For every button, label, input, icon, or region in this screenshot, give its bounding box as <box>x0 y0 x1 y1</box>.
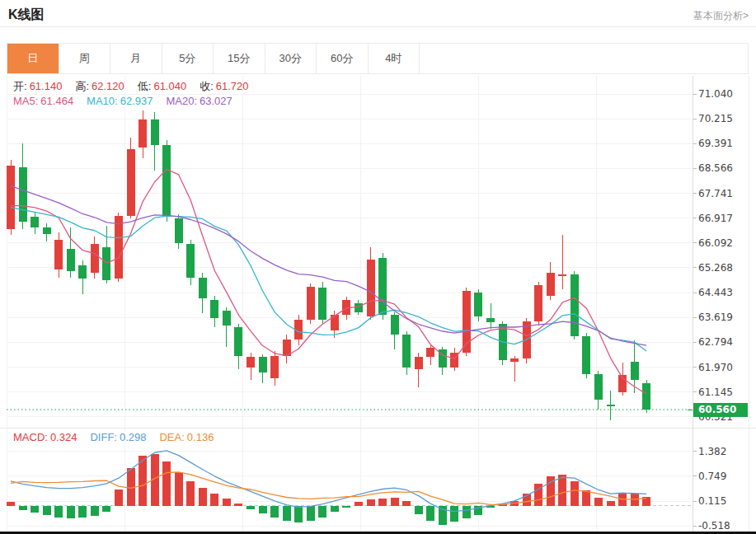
candle <box>67 249 75 271</box>
candle <box>54 240 63 270</box>
macd-bar <box>115 490 123 506</box>
tab-月[interactable]: 月 <box>110 44 162 73</box>
candle <box>294 320 303 340</box>
macd-bar <box>342 506 350 508</box>
ohlc-row-value: 61.140 <box>30 80 63 92</box>
candle <box>547 273 555 295</box>
ma-row-label: MA10: <box>87 95 118 107</box>
candle <box>307 287 315 320</box>
macd-bar <box>294 506 303 523</box>
ma-row-pair: MA10:62.937 <box>87 95 153 107</box>
candle <box>91 244 99 273</box>
candle <box>127 149 135 215</box>
candle <box>607 405 615 406</box>
ohlc-row-label: 高: <box>75 80 89 92</box>
price-axis-label: 71.040 <box>698 88 733 100</box>
price-axis-label: 69.391 <box>698 138 733 149</box>
ma-readout: MA5:61.464MA10:62.937MA20:63.027 <box>13 95 246 107</box>
macd-bar <box>247 506 255 510</box>
candle <box>175 218 183 242</box>
price-axis-label: 65.268 <box>698 262 733 274</box>
macd-axis-label: 0.749 <box>698 471 726 482</box>
price-axis-label: 66.917 <box>698 213 733 224</box>
candle <box>642 383 650 410</box>
macd-axis-label: 0.115 <box>698 495 726 507</box>
ma-row-value: 62.937 <box>120 95 153 107</box>
ma-row-label: MA20: <box>166 95 197 107</box>
page-title: K线图 <box>8 7 45 24</box>
macd-bar <box>175 472 183 505</box>
candle <box>283 340 291 356</box>
macd-bar <box>463 506 471 518</box>
macd-bar <box>415 506 423 514</box>
macd-bar <box>67 506 75 519</box>
candle <box>571 274 579 336</box>
macd-bar <box>223 499 231 506</box>
price-axis-label: 67.741 <box>698 188 733 199</box>
candle <box>378 258 387 315</box>
price-axis-label: 61.145 <box>698 386 733 398</box>
candle <box>631 362 639 380</box>
candle <box>391 315 399 335</box>
price-axis-label: 63.619 <box>698 312 733 323</box>
period-tabs: 日周月5分15分30分60分4时 <box>7 43 749 74</box>
macd-bar <box>594 498 603 506</box>
macd-bar <box>307 506 315 521</box>
macd-bar <box>582 490 590 505</box>
ohlc-row-label: 低: <box>138 80 152 92</box>
macd-bar <box>127 468 135 505</box>
tab-60分[interactable]: 60分 <box>317 44 369 73</box>
macd-bar <box>186 481 195 506</box>
candle <box>402 335 411 368</box>
ma-row-pair: MA20:63.027 <box>166 95 232 107</box>
macd-row-label: MACD: <box>13 431 48 443</box>
macd-bar <box>558 475 566 505</box>
candle <box>270 356 279 378</box>
macd-bar <box>391 498 399 506</box>
ma-row-value: 61.464 <box>40 95 73 107</box>
ohlc-row-pair: 开:61.140 <box>13 80 62 92</box>
ma-row-value: 63.027 <box>200 95 232 107</box>
macd-bar <box>19 506 27 511</box>
macd-axis-label: 1.382 <box>698 446 726 457</box>
macd-row-value: 0.324 <box>50 431 77 443</box>
macd-bar <box>318 506 326 518</box>
tab-5分[interactable]: 5分 <box>162 44 214 73</box>
candle <box>474 293 482 316</box>
tab-30分[interactable]: 30分 <box>265 44 317 73</box>
macd-axis-label: -0.518 <box>698 520 730 532</box>
ohlc-row-pair: 收:61.720 <box>200 80 248 92</box>
macd-bar <box>607 501 615 506</box>
candle <box>19 167 27 222</box>
tab-4时[interactable]: 4时 <box>369 44 420 73</box>
candle <box>186 244 195 277</box>
price-axis-label: 61.970 <box>698 362 733 373</box>
candle <box>426 348 434 357</box>
fundamental-analysis-link[interactable]: 基本面分析> <box>693 9 749 23</box>
tab-周[interactable]: 周 <box>59 44 111 73</box>
macd-bar <box>367 499 375 505</box>
macd-bar <box>78 506 87 518</box>
candle <box>210 300 218 318</box>
candle <box>234 327 242 356</box>
macd-bar <box>43 506 51 516</box>
ohlc-row-value: 61.040 <box>153 80 186 92</box>
ohlc-row-value: 62.120 <box>92 80 124 92</box>
ohlc-readout: 开:61.140高:62.120低:61.040收:61.720 <box>13 79 262 94</box>
macd-row-value: 0.298 <box>120 431 147 443</box>
tab-15分[interactable]: 15分 <box>214 44 265 73</box>
macd-bar <box>426 506 434 521</box>
candle <box>139 119 147 148</box>
macd-bar <box>355 502 363 506</box>
price-axis-label: 64.443 <box>698 287 733 298</box>
candle <box>558 274 566 276</box>
candle <box>199 278 207 299</box>
macd-row-label: DIFF: <box>90 431 117 443</box>
macd-bar <box>571 481 579 506</box>
candle <box>582 336 590 374</box>
price-axis-label: 66.092 <box>698 237 733 249</box>
tab-strip-filler <box>420 44 748 73</box>
candle <box>247 357 255 368</box>
tab-日[interactable]: 日 <box>7 44 59 73</box>
header-divider <box>0 26 756 27</box>
